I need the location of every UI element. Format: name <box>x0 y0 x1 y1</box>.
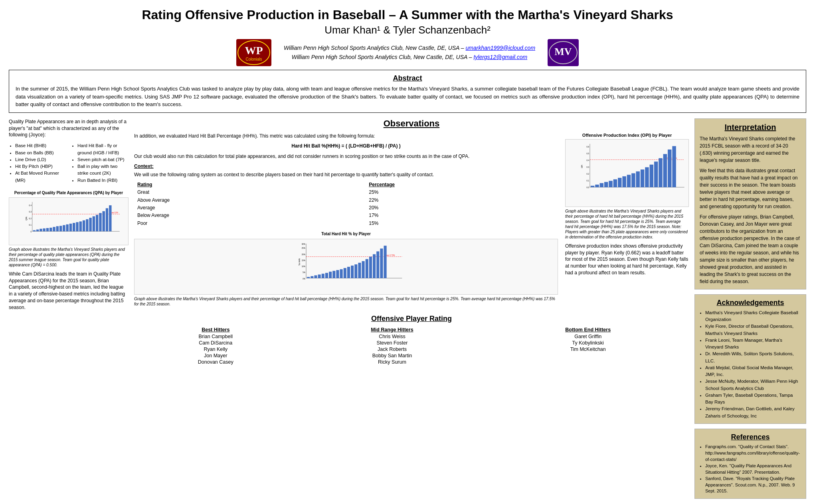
svg-text:0.4: 0.4 <box>587 159 589 161</box>
table-row: Cam DiSarcina Steven Foster Ty Kobylinks… <box>134 340 689 346</box>
bullet-col-left: Base Hit (BHB) Base on Balls (BB) Line D… <box>9 142 66 186</box>
opr-mid-3: Jack Roberts <box>297 346 487 352</box>
qpa-chart-caption: Graph above illustrates the Martha's Vin… <box>9 247 129 268</box>
svg-text:0%: 0% <box>303 278 305 280</box>
list-item: Hard Hit Ball - fly or ground (HGB / HFB… <box>77 142 129 156</box>
affiliations: WP Colonials William Penn High School Sp… <box>9 39 806 67</box>
svg-rect-91 <box>609 181 612 187</box>
observations-title: Observations <box>134 118 689 129</box>
svg-text:0.6: 0.6 <box>587 146 589 148</box>
list-item: Frank Leoni, Team Manager, Martha's Vine… <box>705 337 801 351</box>
opr-best-4: Jon Mayer <box>134 352 297 359</box>
svg-text:0.1: 0.1 <box>29 224 32 226</box>
svg-rect-62 <box>340 269 343 278</box>
opr-col-best: Best Hitters <box>134 326 297 333</box>
svg-rect-92 <box>613 179 617 187</box>
context-label: Context: <box>134 163 558 170</box>
rating-label: Poor <box>134 220 366 227</box>
hh-chart-title: Total Hard Hit % by Player <box>134 231 558 237</box>
svg-rect-73 <box>380 248 383 278</box>
svg-text:Colonials: Colonials <box>245 57 262 61</box>
context-text: We will use the following rating system … <box>134 171 558 178</box>
svg-text:OPI: OPI <box>581 165 583 168</box>
svg-rect-19 <box>40 229 42 231</box>
table-row: Below Average 17% <box>134 212 558 219</box>
opi-chart-title: Offensive Production Index (OPI) by Play… <box>565 133 689 138</box>
svg-rect-35 <box>93 216 95 231</box>
svg-rect-57 <box>322 274 324 278</box>
svg-rect-56 <box>318 274 321 278</box>
opi-text: Offensive production index shows offensi… <box>565 243 689 276</box>
svg-text:0: 0 <box>30 231 32 233</box>
svg-rect-103 <box>663 154 667 187</box>
list-item: Arati Mejdal, Global Social Media Manage… <box>705 364 801 378</box>
abstract-title: Abstract <box>16 74 799 83</box>
opr-best-2: Cam DiSarcina <box>134 340 297 346</box>
svg-rect-21 <box>46 228 49 231</box>
svg-text:10%: 10% <box>302 266 305 268</box>
references-box: References Fangraphs.com. "Quality of Co… <box>694 429 806 499</box>
svg-rect-38 <box>103 211 105 231</box>
opr-mid-4: Bobby San Martin <box>297 352 487 359</box>
list-item: Jesse McNulty, Moderator, William Penn H… <box>705 378 801 392</box>
svg-text:MV: MV <box>554 46 572 57</box>
table-row: Jon Mayer Bobby San Martin <box>134 352 689 359</box>
svg-rect-53 <box>307 277 310 278</box>
svg-rect-96 <box>631 173 635 187</box>
svg-rect-89 <box>600 183 603 187</box>
qpa-chart-svg: 0 0.1 0.2 0.3 0.4 QPA Mean 3.54 <box>19 200 127 237</box>
list-item: Kyle Fiore, Director of Baseball Operati… <box>705 323 801 337</box>
svg-rect-65 <box>351 266 354 278</box>
svg-rect-24 <box>56 226 59 231</box>
page: Rating Offensive Production in Baseball … <box>0 0 815 504</box>
list-item: Sanford, Dave. "Royals Tracking Quality … <box>705 476 801 495</box>
abstract-text: In the summer of 2015, the William Penn … <box>16 85 799 108</box>
svg-rect-100 <box>650 165 653 187</box>
svg-rect-36 <box>96 215 98 231</box>
qpa-chart-container: Percentage of Quality Plate Appearances … <box>9 190 129 268</box>
svg-rect-39 <box>106 208 108 231</box>
svg-rect-59 <box>329 272 332 278</box>
svg-rect-31 <box>79 221 82 231</box>
svg-rect-67 <box>358 263 361 278</box>
opr-best-1: Brian Campbell <box>134 333 297 340</box>
list-item: Base on Balls (BB) <box>15 150 66 156</box>
bullet-col-right: Hard Hit Ball - fly or ground (HGB / HFB… <box>71 142 129 186</box>
rating-label: Average <box>134 204 366 212</box>
svg-rect-25 <box>59 226 62 231</box>
rating-pct: 15% <box>366 220 558 227</box>
center-right: Offensive Production Index (OPI) by Play… <box>565 133 689 310</box>
affil-block: William Penn High School Sports Analytic… <box>284 43 535 63</box>
svg-rect-64 <box>347 267 350 278</box>
interpretation-box: Interpretation The Martha's Vineyard Sha… <box>694 118 806 289</box>
opi-chart-caption: Graph above illustrates the Martha's Vin… <box>565 209 689 240</box>
mv-logo: MV <box>547 39 579 67</box>
svg-rect-33 <box>86 219 88 231</box>
interp-p1: The Martha's Vineyard Sharks completed t… <box>700 135 801 164</box>
left-panel: Quality Plate Appearances are an in dept… <box>9 118 129 311</box>
svg-rect-94 <box>622 176 626 187</box>
pct-col-header: Percentage <box>366 181 558 189</box>
interp-p3: For offensive player ratings, Brian Camp… <box>700 213 801 285</box>
opr-section: Offensive Player Rating Best Hitters Mid… <box>134 315 689 365</box>
rating-col-header: Rating <box>134 181 366 189</box>
svg-text:0.2: 0.2 <box>587 173 589 175</box>
svg-rect-72 <box>376 251 379 278</box>
svg-rect-58 <box>325 273 328 278</box>
list-item: Ball in play with two strike count (2K) <box>77 163 129 177</box>
svg-rect-69 <box>366 259 368 278</box>
svg-rect-28 <box>69 224 72 231</box>
hh-context: Our club would also run this calculation… <box>134 153 558 160</box>
opr-bottom-1: Garet Griffin <box>487 333 689 340</box>
list-item: At Bat Moved Runner (MR) <box>15 170 66 184</box>
list-item: Base Hit (BHB) <box>15 142 66 149</box>
opr-best-5: Donovan Casey <box>134 359 297 365</box>
svg-rect-104 <box>668 150 671 187</box>
svg-text:25%: 25% <box>302 247 305 249</box>
abstract-section: Abstract In the summer of 2015, the Will… <box>9 70 806 113</box>
qpa-intro: Quality Plate Appearances are an in dept… <box>9 118 129 138</box>
opr-mid-2: Steven Foster <box>297 340 487 346</box>
svg-text:15%: 15% <box>302 260 305 262</box>
bullets-right: Hard Hit Ball - fly or ground (HGB / HFB… <box>77 142 129 184</box>
svg-text:0.5: 0.5 <box>587 153 589 155</box>
